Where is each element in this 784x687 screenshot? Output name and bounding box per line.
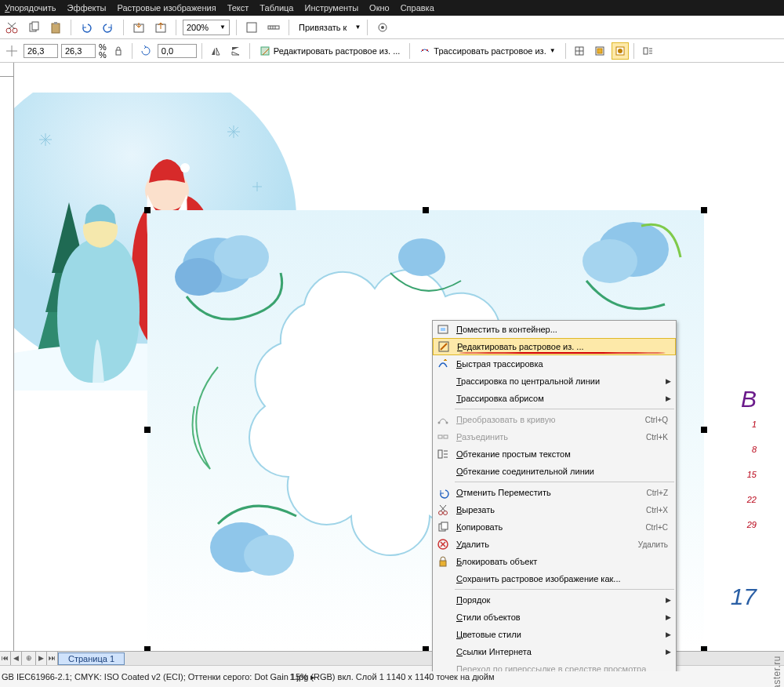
fullscreen-icon[interactable]	[243, 19, 260, 36]
svg-rect-7	[54, 22, 57, 24]
ctx-item-3[interactable]: Трассировка по центральной линии▶	[433, 373, 676, 390]
undo-icon[interactable]	[78, 19, 95, 36]
menu-help[interactable]: Справка	[401, 3, 434, 13]
property-bar: 26,3 26,3 %% 0,0 Редактировать растровое…	[0, 39, 784, 63]
ctx-item-14[interactable]: УдалитьУдалить	[433, 536, 676, 553]
menu-effects[interactable]: Эффекты	[67, 3, 106, 13]
ctx-item-9[interactable]: Обтекание соединительной линии	[433, 463, 676, 480]
page-add[interactable]: ⊕	[22, 652, 36, 665]
ctx-item-20[interactable]: Цветовые стили▶	[433, 626, 676, 643]
ctx-label: Трассировка абрисом	[453, 394, 666, 403]
menu-table[interactable]: Таблица	[260, 3, 293, 13]
ruler-vertical[interactable]	[0, 77, 14, 671]
paste-icon[interactable]	[47, 19, 64, 36]
export-icon[interactable]	[152, 19, 169, 36]
svg-rect-5	[32, 22, 38, 30]
wrap-icon	[433, 448, 453, 460]
copy-icon[interactable]	[25, 19, 42, 36]
svg-line-70	[440, 505, 445, 511]
position-y: 26,3	[61, 44, 96, 58]
page-tab-1[interactable]: Страница 1	[58, 652, 125, 665]
standard-toolbar: 200%▼ Привязать к ▼	[0, 16, 784, 39]
crop-bitmap-icon[interactable]	[591, 42, 608, 60]
handle-nw[interactable]	[144, 207, 151, 213]
redo-icon[interactable]	[100, 19, 117, 36]
svg-rect-30	[644, 48, 648, 54]
ctx-label: Редактировать растровое из. ...	[454, 342, 670, 351]
trace-bitmap-button[interactable]: Трассировать растровое из. ▼	[415, 42, 560, 60]
pos-y-input[interactable]: 26,3	[61, 44, 96, 58]
ctx-item-8[interactable]: Обтекание простым текстом	[433, 445, 676, 463]
ctx-item-18[interactable]: Порядок▶	[433, 591, 676, 609]
ctx-item-4[interactable]: Трассировка абрисом▶	[433, 390, 676, 407]
ctx-separator	[455, 482, 674, 482]
position-x: 26,3	[24, 44, 58, 58]
menu-bitmaps[interactable]: Растровые изображения	[117, 3, 216, 13]
svg-rect-20	[261, 47, 269, 55]
ctx-shortcut: Ctrl+C	[645, 523, 671, 532]
ctx-label: Быстрая трассировка	[453, 359, 671, 369]
handle-w[interactable]	[144, 427, 151, 433]
wrap-paragraph-icon[interactable]	[639, 42, 656, 60]
ctx-label: Удалить	[453, 540, 638, 549]
zoom-level[interactable]: 200%▼	[183, 20, 230, 35]
ctx-item-12[interactable]: ВырезатьCtrl+X	[433, 501, 676, 518]
pct-label-2: %	[99, 51, 107, 59]
ctx-item-2[interactable]: Быстрая трассировка	[433, 355, 676, 373]
ctx-shortcut: Ctrl+Z	[647, 489, 672, 497]
copy-icon	[433, 521, 453, 533]
mirror-h-icon[interactable]	[207, 42, 224, 60]
ctx-label: Сохранить растровое изображение как...	[453, 574, 671, 583]
snap-to-label: Привязать к	[296, 23, 350, 32]
ctx-item-11[interactable]: Отменить ПереместитьCtrl+Z	[433, 484, 676, 501]
page-first[interactable]: ⏮	[0, 652, 11, 665]
menu-arrange[interactable]: Упорядочить	[5, 3, 56, 13]
import-icon[interactable]	[130, 19, 147, 36]
ruler-origin[interactable]	[0, 63, 14, 77]
menu-window[interactable]: Окно	[369, 3, 390, 13]
page-prev[interactable]: ◀	[11, 652, 22, 665]
ctx-label: Вырезать	[453, 505, 646, 514]
menu-text[interactable]: Текст	[227, 3, 249, 13]
bitmap-mask-icon[interactable]	[612, 42, 629, 60]
ctx-item-15[interactable]: Блокировать объект	[433, 553, 676, 570]
page-next[interactable]: ▶	[36, 652, 47, 665]
ctx-label: Обтекание соединительной линии	[453, 467, 671, 476]
rotation-input[interactable]: 0,0	[158, 44, 197, 58]
handle-e[interactable]	[701, 427, 707, 433]
ctx-label: Отменить Переместить	[453, 488, 647, 497]
ctx-item-0[interactable]: Поместить в контейнер...	[433, 321, 676, 338]
cut-icon[interactable]	[3, 19, 20, 36]
mirror-v-icon[interactable]	[227, 42, 245, 60]
svg-point-22	[426, 49, 428, 51]
handle-n[interactable]	[423, 207, 429, 213]
ctx-item-19[interactable]: Стили объектов▶	[433, 609, 676, 626]
menu-bar: Упорядочить Эффекты Растровые изображени…	[0, 0, 784, 16]
delete-icon	[433, 538, 453, 551]
options-icon[interactable]	[374, 19, 391, 36]
svg-point-37	[180, 163, 190, 173]
pos-x-input[interactable]: 26,3	[24, 44, 58, 58]
resample-icon[interactable]	[571, 42, 588, 60]
lock-ratio-icon[interactable]	[110, 42, 127, 60]
curve-icon	[433, 413, 453, 426]
ctx-label: Разъединить	[453, 432, 646, 442]
page-last[interactable]: ⏭	[47, 652, 58, 665]
canvas[interactable]: В 1 8 15 22 29 17 Поместить в контейнер.…	[14, 77, 784, 671]
ctx-item-13[interactable]: КопироватьCtrl+C	[433, 518, 676, 536]
menu-tools[interactable]: Инструменты	[304, 3, 358, 13]
svg-point-29	[618, 49, 622, 53]
ctx-item-21[interactable]: Ссылки Интернета▶	[433, 643, 676, 660]
ctx-shortcut: Удалить	[638, 540, 671, 549]
rulers-icon[interactable]	[265, 19, 282, 36]
lock-icon	[433, 555, 453, 568]
handle-ne[interactable]	[701, 207, 707, 213]
ctx-item-16[interactable]: Сохранить растровое изображение как...	[433, 570, 676, 587]
edit-icon	[434, 340, 454, 353]
edit-bitmap-button[interactable]: Редактировать растровое из. ...	[255, 42, 405, 60]
snap-to-dropdown[interactable]: ▼	[354, 24, 361, 31]
svg-rect-10	[247, 23, 256, 32]
calendar-numbers: В 1 8 15 22 29 17	[731, 387, 757, 609]
ctx-item-1[interactable]: Редактировать растровое из. ...	[433, 338, 676, 355]
ctx-item-6: Преобразовать в кривуюCtrl+Q	[433, 411, 676, 428]
